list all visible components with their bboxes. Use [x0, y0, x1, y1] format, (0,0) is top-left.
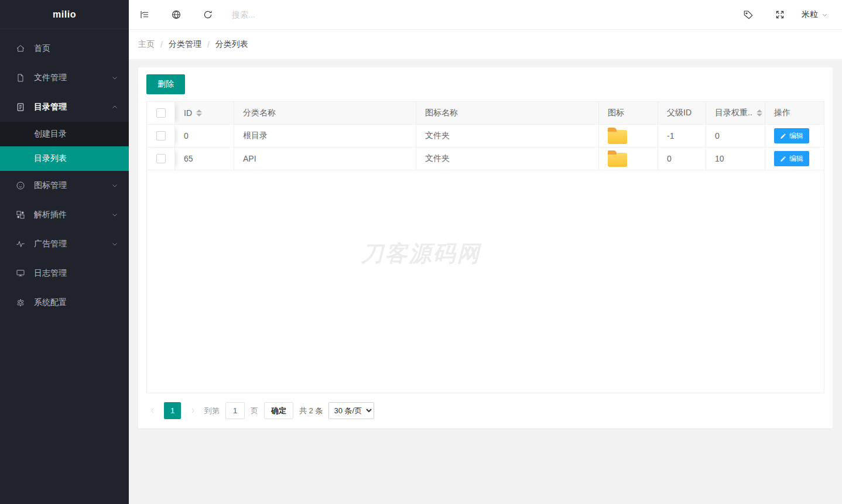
- table-body: 0 根目录 文件夹 -1 0 编辑: [147, 125, 824, 170]
- sidebar-item-files[interactable]: 文件管理: [0, 63, 129, 92]
- user-menu[interactable]: 米粒: [796, 0, 834, 29]
- gear-icon: [15, 298, 25, 308]
- sidebar-nav: 首页 文件管理 目录管理 创建目录 目录列表 图标管理: [0, 29, 129, 317]
- sidebar-item-label: 广告管理: [34, 239, 67, 249]
- breadcrumb-category-list: 分类列表: [215, 39, 248, 50]
- topbar-right: 米粒: [733, 0, 842, 29]
- sidebar-item-settings[interactable]: 系统配置: [0, 288, 129, 317]
- prev-page-button[interactable]: [146, 403, 158, 419]
- row-checkbox-cell: [147, 148, 175, 170]
- main-area: 米粒 主页 / 分类管理 / 分类列表 删除 ID: [129, 0, 842, 437]
- search-input[interactable]: [232, 10, 408, 19]
- row-checkbox[interactable]: [156, 154, 166, 163]
- globe-icon: [171, 9, 182, 20]
- next-page-button[interactable]: [187, 403, 198, 419]
- refresh-button[interactable]: [192, 0, 224, 29]
- home-icon: [15, 44, 25, 54]
- chevron-down-icon: [822, 12, 828, 18]
- chevron-up-icon: [111, 104, 118, 111]
- cell-icon: [599, 148, 658, 170]
- table-row: 65 API 文件夹 0 10 编辑: [147, 148, 824, 170]
- sidebar-item-label: 首页: [34, 43, 50, 54]
- header-parent-id: 父级ID: [658, 102, 706, 125]
- sidebar-item-home[interactable]: 首页: [0, 34, 129, 63]
- cell-category-name: API: [234, 148, 416, 170]
- sidebar-item-logs[interactable]: 日志管理: [0, 259, 129, 288]
- sort-icon[interactable]: [196, 109, 202, 116]
- breadcrumb-category-management[interactable]: 分类管理: [169, 39, 201, 50]
- select-all-checkbox[interactable]: [156, 108, 166, 118]
- sidebar-item-label: 解析插件: [34, 210, 67, 220]
- page-size-select[interactable]: 30 条/页: [328, 402, 374, 419]
- collapse-sidebar-button[interactable]: [129, 0, 160, 29]
- language-button[interactable]: [160, 0, 192, 29]
- chevron-down-icon: [111, 182, 118, 189]
- goto-suffix-label: 页: [251, 406, 258, 416]
- directory-submenu: 创建目录 目录列表: [0, 122, 129, 171]
- cell-actions: 编辑: [765, 148, 824, 170]
- sidebar-item-label: 文件管理: [34, 73, 67, 83]
- sidebar-item-label: 日志管理: [34, 268, 67, 279]
- file-icon: [15, 73, 25, 83]
- page-number-active[interactable]: 1: [164, 402, 181, 419]
- cell-id: 65: [175, 148, 234, 170]
- app-logo: milio: [0, 0, 129, 29]
- goto-page-input[interactable]: [225, 402, 245, 419]
- tag-icon: [743, 9, 754, 20]
- sidebar-subitem-create-directory[interactable]: 创建目录: [0, 122, 129, 146]
- chevron-down-icon: [111, 241, 118, 248]
- sidebar-subitem-label: 创建目录: [34, 129, 67, 139]
- cell-parent-id: -1: [658, 125, 706, 148]
- fullscreen-icon: [775, 9, 785, 20]
- table-row: 0 根目录 文件夹 -1 0 编辑: [147, 125, 824, 148]
- sidebar-item-ads[interactable]: 广告管理: [0, 229, 129, 259]
- cell-actions: 编辑: [765, 125, 824, 148]
- document-icon: [15, 102, 25, 112]
- edit-button[interactable]: 编辑: [774, 128, 809, 143]
- fullscreen-button[interactable]: [764, 0, 796, 29]
- row-checkbox[interactable]: [156, 131, 166, 140]
- delete-button[interactable]: 删除: [146, 74, 185, 94]
- sidebar-item-plugins[interactable]: 解析插件: [0, 200, 129, 229]
- component-icon: [15, 210, 25, 220]
- category-table: ID 分类名称 图标名称 图标 父级ID 目录权重.. 操作: [146, 101, 824, 393]
- collapse-sidebar-icon: [139, 9, 150, 20]
- tag-button[interactable]: [733, 0, 764, 29]
- breadcrumb-home[interactable]: 主页: [138, 39, 155, 50]
- breadcrumb-separator: /: [207, 40, 210, 49]
- total-count-label: 共 2 条: [299, 406, 323, 416]
- pagination: 1 到第 页 确定 共 2 条 30 条/页: [146, 402, 824, 419]
- header-actions: 操作: [765, 102, 824, 125]
- sort-icon[interactable]: [757, 109, 762, 116]
- breadcrumb: 主页 / 分类管理 / 分类列表: [129, 30, 842, 59]
- table-header-row: ID 分类名称 图标名称 图标 父级ID 目录权重.. 操作: [147, 102, 824, 125]
- header-checkbox-cell: [147, 102, 175, 125]
- cell-icon-name: 文件夹: [416, 125, 599, 148]
- header-id[interactable]: ID: [175, 102, 234, 125]
- goto-confirm-button[interactable]: 确定: [264, 402, 293, 419]
- sidebar-item-label: 系统配置: [34, 297, 67, 308]
- monitor-icon: [15, 269, 25, 279]
- chevron-down-icon: [111, 74, 118, 81]
- header-weight[interactable]: 目录权重..: [706, 102, 765, 125]
- chevron-right-icon: [189, 407, 197, 414]
- sidebar-item-directory[interactable]: 目录管理: [0, 92, 129, 122]
- pulse-icon: [15, 239, 25, 249]
- cell-weight: 0: [706, 125, 765, 148]
- sidebar: milio 首页 文件管理 目录管理 创建目录 目录列表 图标管理: [0, 0, 129, 504]
- header-icon: 图标: [599, 102, 658, 125]
- edit-button[interactable]: 编辑: [774, 151, 809, 166]
- sidebar-item-label: 目录管理: [34, 102, 67, 112]
- username: 米粒: [802, 9, 818, 20]
- cell-weight: 10: [706, 148, 765, 170]
- topbar: 米粒: [129, 0, 842, 30]
- chevron-down-icon: [111, 211, 118, 218]
- sidebar-item-icons[interactable]: 图标管理: [0, 171, 129, 200]
- refresh-icon: [203, 9, 213, 20]
- smile-icon: [15, 181, 25, 191]
- header-category-name: 分类名称: [234, 102, 416, 125]
- goto-prefix-label: 到第: [204, 406, 220, 416]
- sidebar-subitem-directory-list[interactable]: 目录列表: [0, 146, 129, 171]
- cell-id: 0: [175, 125, 234, 148]
- folder-icon: [608, 153, 627, 167]
